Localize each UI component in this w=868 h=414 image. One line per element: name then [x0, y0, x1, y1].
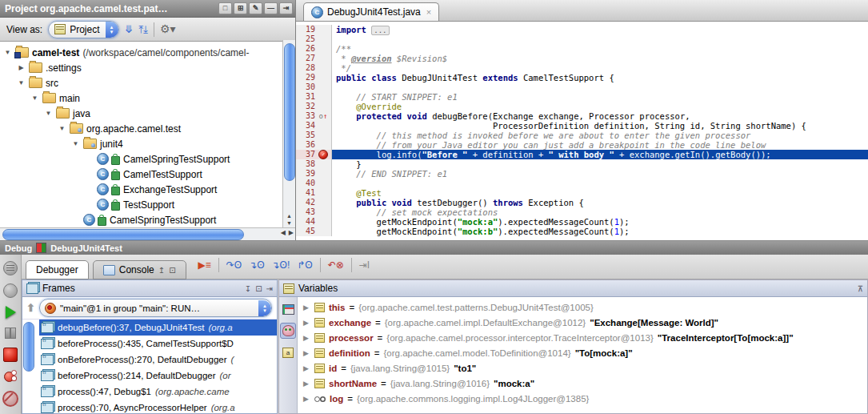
- variable-row-this[interactable]: ▶this = {org.apache.camel.test.patterns.…: [297, 299, 867, 315]
- variable-row-log[interactable]: ▶log = {org.apache.commons.logging.impl.…: [297, 391, 867, 406]
- editor-gutter[interactable]: 35: [296, 131, 332, 140]
- expand-arrow-icon[interactable]: ▶: [303, 395, 310, 403]
- step-out-icon[interactable]: ↱ʘ: [297, 259, 312, 271]
- view-breakpoints-icon[interactable]: [4, 370, 17, 383]
- editor-gutter[interactable]: 26: [296, 44, 332, 54]
- float-icon[interactable]: ⊼: [858, 284, 863, 293]
- editor-gutter[interactable]: 44: [296, 217, 332, 227]
- stack-frame-row[interactable]: beforeProcess():435, CamelTestSupport$D: [39, 336, 277, 352]
- code-line-42[interactable]: 42 public void testDebugger() throws Exc…: [296, 198, 868, 207]
- editor-gutter[interactable]: 41: [296, 188, 332, 198]
- pause-icon[interactable]: [4, 327, 17, 340]
- frames-scrollbar-thumb[interactable]: [23, 322, 34, 372]
- export-console-icon[interactable]: ↥: [158, 266, 165, 275]
- code-line-34[interactable]: 34 ProcessorDefinition definition, Strin…: [296, 121, 868, 131]
- gutter-icon-slot[interactable]: o↑: [315, 113, 331, 120]
- code-line-40[interactable]: 40: [296, 179, 868, 188]
- code-editor[interactable]: 19import ...2526/**27 * @version $Revisi…: [296, 22, 868, 240]
- collapse-all-button[interactable]: ⤒⤓: [138, 24, 148, 34]
- code-line-41[interactable]: 41 @Test: [296, 188, 868, 198]
- force-step-into-icon[interactable]: ↴ʘ!: [272, 259, 290, 271]
- tree-toggle-icon[interactable]: ▼: [17, 79, 26, 86]
- stack-frame-row[interactable]: debugBefore():37, DebugJUnit4Test (org.a: [39, 320, 277, 336]
- code-line-32[interactable]: 32 @Override: [296, 102, 868, 111]
- editor-gutter[interactable]: 45: [296, 227, 332, 236]
- expand-arrow-icon[interactable]: ▶: [303, 334, 310, 342]
- code-line-28[interactable]: 28 */: [296, 63, 868, 73]
- float-console-icon[interactable]: ⊡: [169, 266, 175, 275]
- hide-button[interactable]: ⇥: [279, 2, 293, 14]
- expand-arrow-icon[interactable]: ▶: [303, 364, 310, 372]
- step-into-icon[interactable]: ↴ʘ: [249, 259, 264, 271]
- editor-gutter[interactable]: 36: [296, 140, 332, 150]
- code-line-35[interactable]: 35 // this method is invoked before we a…: [296, 131, 868, 140]
- stack-frame-row[interactable]: onBeforeProcess():270, DefaultDebugger (: [39, 352, 277, 368]
- expand-arrow-icon[interactable]: ▶: [303, 349, 310, 357]
- code-line-39[interactable]: 39 // END SNIPPET: e1: [296, 169, 868, 179]
- variable-row-id[interactable]: ▶id = {java.lang.String@1015}"to1": [297, 360, 867, 376]
- editor-gutter[interactable]: 34: [296, 121, 332, 131]
- sort-icon[interactable]: a: [281, 345, 295, 360]
- tree-item-camel-test[interactable]: ▼camel-test (/workspace/camel/components…: [0, 45, 295, 60]
- combo-stepper-icon[interactable]: ▲▼: [258, 300, 271, 316]
- watches-icon[interactable]: [280, 323, 296, 339]
- tree-item-cameltestsupport[interactable]: CCamelTestSupport: [0, 167, 295, 182]
- expand-arrow-icon[interactable]: ▶: [303, 380, 310, 388]
- editor-gutter[interactable]: 25: [296, 34, 332, 44]
- project-horizontal-scrollbar[interactable]: ◀▶: [0, 227, 295, 240]
- tree-item-org.apache.camel.test[interactable]: ▼org.apache.camel.test: [0, 121, 295, 136]
- float-button[interactable]: □: [218, 2, 232, 14]
- thread-selector[interactable]: "main"@1 in group "main": RUN… ▲▼: [39, 299, 272, 317]
- code-line-33[interactable]: 33o↑ protected void debugBefore(Exchange…: [296, 111, 868, 121]
- tree-toggle-icon[interactable]: ▼: [71, 140, 80, 147]
- run-to-cursor-icon[interactable]: ⇥I: [359, 259, 370, 271]
- code-line-31[interactable]: 31 // START SNIPPET: e1: [296, 92, 868, 102]
- variable-row-definition[interactable]: ▶definition = {org.apache.camel.model.To…: [297, 345, 867, 360]
- float-icon[interactable]: ⊡: [255, 284, 262, 293]
- editor-gutter[interactable]: 40: [296, 179, 332, 188]
- editor-gutter[interactable]: 39: [296, 169, 332, 179]
- rerun-icon[interactable]: [3, 261, 18, 275]
- code-line-30[interactable]: 30: [296, 82, 868, 92]
- variable-row-shortName[interactable]: ▶shortName = {java.lang.String@1016}"moc…: [297, 376, 867, 391]
- editor-tab[interactable]: C DebugJUnit4Test.java ×: [303, 2, 439, 21]
- tree-toggle-icon[interactable]: ▼: [44, 110, 53, 117]
- editor-gutter[interactable]: 19: [296, 25, 332, 34]
- code-line-44[interactable]: 44 getMockEndpoint("mock:a").expectedMes…: [296, 217, 868, 227]
- tab-console[interactable]: Console ↥ ⊡: [93, 260, 186, 279]
- stack-frame-row[interactable]: process():70, AsyncProcessorHelper (org.…: [39, 400, 277, 414]
- code-line-19[interactable]: 19import ...: [296, 25, 868, 34]
- code-line-27[interactable]: 27 * @version $Revision$: [296, 54, 868, 63]
- settings-gear-button[interactable]: ⚙▾: [160, 24, 176, 34]
- tree-toggle-icon[interactable]: ▼: [30, 94, 39, 102]
- scroll-to-source-button[interactable]: ⤋: [125, 24, 134, 34]
- dock-button[interactable]: ⊞: [234, 2, 247, 14]
- minimize-button[interactable]: —: [264, 2, 278, 14]
- scrollbar-arrows[interactable]: ◀▶: [281, 229, 294, 236]
- gutter-icon-slot[interactable]: ✓: [315, 150, 331, 159]
- scrollbar-thumb[interactable]: [284, 43, 295, 181]
- code-line-38[interactable]: 38 }: [296, 159, 868, 169]
- editor-gutter[interactable]: 30: [296, 82, 332, 92]
- variable-row-processor[interactable]: ▶processor = {org.apache.camel.processor…: [297, 330, 867, 345]
- tree-item-main[interactable]: ▼main: [0, 90, 295, 106]
- restore-icon[interactable]: ↧: [245, 284, 251, 293]
- editor-gutter[interactable]: 33o↑: [296, 111, 332, 121]
- tree-item-testsupport[interactable]: CTestSupport: [0, 197, 295, 212]
- editor-gutter[interactable]: 37✓: [296, 150, 332, 159]
- editor-gutter[interactable]: 38: [296, 159, 332, 169]
- code-line-29[interactable]: 29public class DebugJUnit4Test extends C…: [296, 73, 868, 82]
- step-over-icon[interactable]: ↷ʘ: [226, 259, 242, 271]
- evaluate-expression-icon[interactable]: [281, 302, 295, 316]
- tab-debugger[interactable]: Debugger: [26, 260, 89, 279]
- settings-pin-button[interactable]: ✎: [249, 2, 262, 14]
- drop-frame-icon[interactable]: ↶⊗: [328, 259, 344, 271]
- combo-stepper-icon[interactable]: ▲▼: [106, 22, 118, 38]
- editor-gutter[interactable]: 27: [296, 54, 332, 63]
- close-tab-icon[interactable]: ×: [426, 7, 431, 17]
- code-line-36[interactable]: 36 // from your Java editor you can just…: [296, 140, 868, 150]
- scrollbar-thumb[interactable]: [2, 229, 244, 240]
- expand-arrow-icon[interactable]: ▶: [303, 303, 310, 312]
- tree-item-src[interactable]: ▼src: [0, 75, 295, 90]
- view-as-select[interactable]: Project ▲▼: [48, 21, 118, 38]
